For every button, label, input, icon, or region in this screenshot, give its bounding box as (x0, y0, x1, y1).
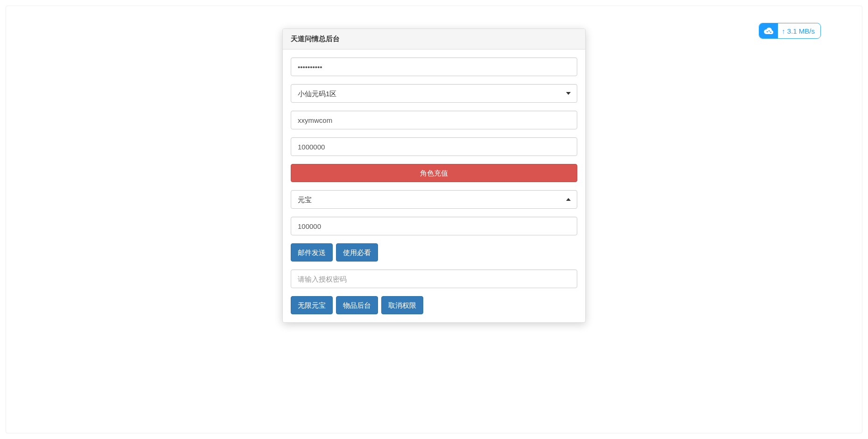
revoke-permission-button[interactable]: 取消权限 (381, 296, 423, 314)
recharge-button[interactable]: 角色充值 (291, 164, 577, 182)
svg-point-6 (770, 32, 772, 33)
unlimited-gold-button[interactable]: 无限元宝 (291, 296, 333, 314)
item-backend-button[interactable]: 物品后台 (336, 296, 378, 314)
panel-body: 小仙元码1区 角色充值 元宝 (283, 50, 585, 322)
server-select-wrap: 小仙元码1区 (291, 84, 577, 103)
panel-title: 天道问情总后台 (283, 29, 585, 50)
admin-panel: 天道问情总后台 小仙元码1区 角色充值 (282, 28, 586, 323)
auth-password-input[interactable] (291, 269, 577, 288)
upload-arrow-icon: ↑ (782, 27, 785, 35)
upload-speed-widget[interactable]: ↑ 3.1 MB/s (759, 23, 821, 39)
account-input[interactable] (291, 111, 577, 129)
cloud-icon (759, 23, 778, 38)
mail-amount-input[interactable] (291, 217, 577, 235)
svg-point-5 (769, 30, 770, 32)
currency-select-wrap: 元宝 (291, 190, 577, 209)
upload-speed-text: ↑ 3.1 MB/s (778, 27, 820, 35)
svg-point-4 (767, 31, 768, 33)
recharge-amount-input[interactable] (291, 137, 577, 156)
password-input[interactable] (291, 57, 577, 76)
upload-speed-value: 3.1 MB/s (787, 27, 815, 35)
server-select[interactable]: 小仙元码1区 (291, 84, 577, 103)
mail-send-button[interactable]: 邮件发送 (291, 243, 333, 262)
currency-select[interactable]: 元宝 (291, 190, 577, 209)
page-container: ↑ 3.1 MB/s 天道问情总后台 小仙元码1区 (6, 6, 862, 433)
usage-must-read-button[interactable]: 使用必看 (336, 243, 378, 262)
